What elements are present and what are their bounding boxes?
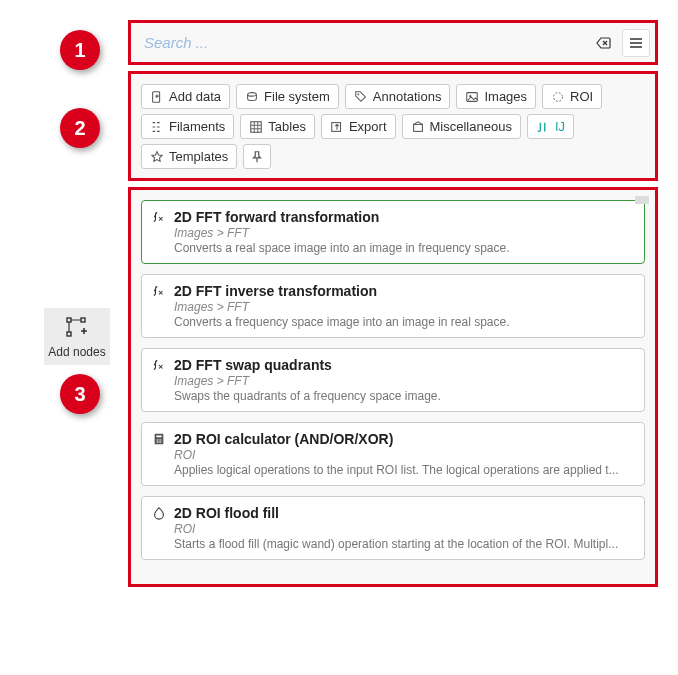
export-icon <box>330 120 344 134</box>
pin-icon <box>250 150 264 164</box>
result-item[interactable]: 2D FFT forward transformationImages > FF… <box>141 200 645 264</box>
result-item[interactable]: 2D ROI calculator (AND/OR/XOR)ROIApplies… <box>141 422 645 486</box>
category-ij[interactable]: IJ <box>527 114 574 139</box>
category-filaments[interactable]: Filaments <box>141 114 234 139</box>
result-title: 2D ROI calculator (AND/OR/XOR) <box>174 431 393 447</box>
tag-icon <box>354 90 368 104</box>
result-description: Converts a frequency space image into an… <box>174 315 634 329</box>
search-input[interactable] <box>136 28 586 57</box>
grid-icon <box>249 120 263 134</box>
result-path: Images > FFT <box>174 300 634 314</box>
filament-icon <box>150 120 164 134</box>
category-annotations[interactable]: Annotations <box>345 84 451 109</box>
category-label: File system <box>264 89 330 104</box>
category-filters: Add dataFile systemAnnotationsImagesROI … <box>128 71 658 181</box>
search-menu-button[interactable] <box>622 29 650 57</box>
category-label: Templates <box>169 149 228 164</box>
category-images[interactable]: Images <box>456 84 536 109</box>
menu-icon <box>628 35 644 51</box>
category-file-system[interactable]: File system <box>236 84 339 109</box>
result-description: Converts a real space image into an imag… <box>174 241 634 255</box>
category-label: Images <box>484 89 527 104</box>
ij-icon <box>536 120 550 134</box>
category-roi[interactable]: ROI <box>542 84 602 109</box>
result-title: 2D FFT inverse transformation <box>174 283 377 299</box>
result-title: 2D ROI flood fill <box>174 505 279 521</box>
result-item[interactable]: 2D FFT inverse transformationImages > FF… <box>141 274 645 338</box>
fx-icon <box>152 284 166 298</box>
star-icon <box>150 150 164 164</box>
result-item[interactable]: 2D ROI flood fillROIStarts a flood fill … <box>141 496 645 560</box>
result-path: ROI <box>174 522 634 536</box>
box-icon <box>411 120 425 134</box>
category-add-data[interactable]: Add data <box>141 84 230 109</box>
clear-search-button[interactable] <box>590 29 618 57</box>
scrollbar-thumb[interactable] <box>635 196 649 204</box>
category-pin[interactable] <box>243 144 271 169</box>
fx-icon <box>152 210 166 224</box>
category-miscellaneous[interactable]: Miscellaneous <box>402 114 521 139</box>
annotation-badge-2: 2 <box>60 108 100 148</box>
disk-icon <box>245 90 259 104</box>
annotation-badge-1: 1 <box>60 30 100 70</box>
category-label: Tables <box>268 119 306 134</box>
image-icon <box>465 90 479 104</box>
fx-icon <box>152 358 166 372</box>
result-path: ROI <box>174 448 634 462</box>
roi-icon <box>551 90 565 104</box>
category-label: Filaments <box>169 119 225 134</box>
doc-plus-icon <box>150 90 164 104</box>
category-label: Export <box>349 119 387 134</box>
add-nodes-tab[interactable]: Add nodes <box>44 308 110 365</box>
add-nodes-label: Add nodes <box>46 345 108 359</box>
result-title: 2D FFT forward transformation <box>174 209 379 225</box>
result-path: Images > FFT <box>174 374 634 388</box>
search-bar <box>128 20 658 65</box>
results-list: 2D FFT forward transformationImages > FF… <box>128 187 658 587</box>
result-description: Swaps the quadrants of a frequency space… <box>174 389 634 403</box>
result-item[interactable]: 2D FFT swap quadrantsImages > FFTSwaps t… <box>141 348 645 412</box>
add-nodes-icon <box>65 316 89 340</box>
calc-icon <box>152 432 166 446</box>
annotation-badge-3: 3 <box>60 374 100 414</box>
category-label: ROI <box>570 89 593 104</box>
backspace-icon <box>596 35 612 51</box>
category-label: Miscellaneous <box>430 119 512 134</box>
category-label: Annotations <box>373 89 442 104</box>
category-label: IJ <box>555 119 565 134</box>
result-path: Images > FFT <box>174 226 634 240</box>
category-templates[interactable]: Templates <box>141 144 237 169</box>
category-tables[interactable]: Tables <box>240 114 315 139</box>
flood-icon <box>152 506 166 520</box>
result-title: 2D FFT swap quadrants <box>174 357 332 373</box>
result-description: Starts a flood fill (magic wand) operati… <box>174 537 634 551</box>
result-description: Applies logical operations to the input … <box>174 463 634 477</box>
category-label: Add data <box>169 89 221 104</box>
category-export[interactable]: Export <box>321 114 396 139</box>
